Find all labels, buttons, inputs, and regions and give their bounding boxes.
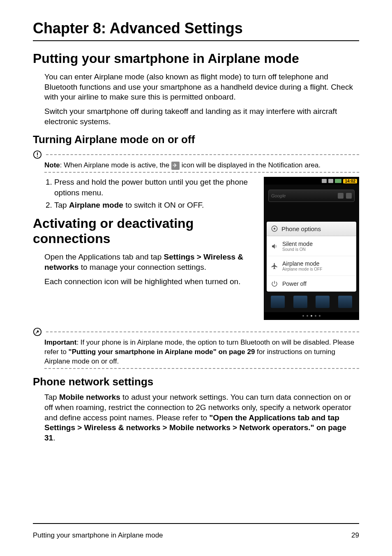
conn-p1-c: to manage your connection settings.: [78, 263, 206, 271]
dock-icon[interactable]: [271, 296, 285, 308]
section-connections-title: Activating or deactivating connections: [33, 216, 256, 246]
search-icon[interactable]: [338, 193, 344, 199]
alert-icon: [33, 150, 42, 159]
important-link[interactable]: "Putting your smartphone in Airplane mod…: [69, 348, 255, 356]
footer-title: Putting your smartphone in Airplane mode: [33, 531, 163, 540]
subsection-network-title: Phone network settings: [33, 375, 359, 388]
important-label: Important: [44, 338, 76, 346]
phone-search-placeholder: Google: [271, 193, 286, 198]
airplane-icon: [271, 262, 278, 270]
dock-icon[interactable]: [316, 296, 330, 308]
power-off-item[interactable]: Power off: [267, 276, 356, 292]
dock-icon[interactable]: [293, 296, 307, 308]
dock-icon[interactable]: [338, 296, 352, 308]
silent-mode-title: Silent mode: [282, 241, 313, 247]
important-text: Important: If your phone is in Airplane …: [44, 338, 359, 366]
phone-statusbar: 14:02: [264, 177, 359, 185]
section-airplane-p2: Switch your smartphone off during takeof…: [44, 107, 359, 127]
phone-search-bar[interactable]: Google: [268, 190, 355, 202]
signal-bars-icon: [328, 179, 333, 183]
phone-screenshot: 14:02 Google Phone options: [264, 177, 359, 320]
subsection-turning-title: Turning Airplane mode on or off: [33, 133, 359, 146]
power-icon: [271, 280, 278, 287]
speaker-icon: [271, 243, 278, 250]
note-before: : When Airplane mode is active, the: [60, 161, 171, 169]
step-2-b: Airplane mode: [69, 201, 123, 209]
step-1: Press and hold the power button until yo…: [54, 177, 256, 198]
note-text: Note: When Airplane mode is active, the …: [44, 161, 359, 170]
note-label: Note: [44, 161, 60, 169]
phone-dock: [264, 292, 359, 312]
microphone-icon[interactable]: [346, 193, 352, 199]
section-connections-p1: Open the Applications tab and tap Settin…: [44, 252, 256, 272]
step-2-a: Tap: [54, 201, 69, 209]
conn-p1-a: Open the Applications tab and tap: [44, 253, 164, 261]
phone-options-header: Phone options: [267, 222, 356, 236]
svg-rect-1: [37, 153, 38, 155]
net-p1-a: Tap: [44, 393, 59, 401]
steps-list: Press and hold the power button until yo…: [54, 177, 256, 210]
signal-3g-icon: [322, 179, 327, 183]
silent-mode-item[interactable]: Silent mode Sound is ON: [267, 236, 356, 256]
section-connections-p2: Each connection icon will be highlighted…: [44, 277, 256, 287]
chapter-title: Chapter 8: Advanced Settings: [33, 20, 359, 37]
important-callout: Important: If your phone is in Airplane …: [33, 327, 359, 369]
wrench-icon: [33, 327, 42, 336]
status-time: 14:02: [343, 179, 357, 183]
silent-mode-sub: Sound is ON: [282, 247, 313, 252]
chapter-rule: [33, 40, 359, 41]
airplane-mode-sub: Airplane mode is OFF: [282, 267, 322, 271]
section-airplane-title: Putting your smartphone in Airplane mode: [33, 51, 359, 66]
airplane-mode-title: Airplane mode: [282, 260, 322, 267]
power-off-title: Power off: [282, 280, 307, 287]
phone-options-title: Phone options: [281, 225, 321, 232]
phone-page-indicator: [264, 312, 359, 320]
airplane-notification-icon: [171, 162, 180, 170]
step-2: Tap Airplane mode to switch it ON or OFF…: [54, 200, 256, 211]
page-footer: Putting your smartphone in Airplane mode…: [33, 523, 359, 540]
note-after: icon will be displayed in the Notificati…: [180, 161, 321, 169]
svg-rect-2: [37, 156, 38, 157]
step-2-c: to switch it ON or OFF.: [123, 201, 204, 209]
net-p1-b: Mobile networks: [59, 393, 120, 401]
phone-options-dialog: Phone options Silent mode Sound is ON: [267, 222, 356, 292]
note-callout: Note: When Airplane mode is active, the …: [33, 150, 359, 173]
section-airplane-p1: You can enter Airplane mode (also known …: [44, 72, 359, 102]
battery-icon: [335, 179, 341, 183]
svg-point-4: [274, 228, 276, 230]
airplane-mode-item[interactable]: Airplane mode Airplane mode is OFF: [267, 256, 356, 276]
net-p1-e: .: [53, 433, 55, 442]
subsection-network-p1: Tap Mobile networks to adust your networ…: [44, 392, 359, 443]
power-circle-icon: [271, 225, 278, 232]
footer-page-number: 29: [351, 531, 359, 540]
